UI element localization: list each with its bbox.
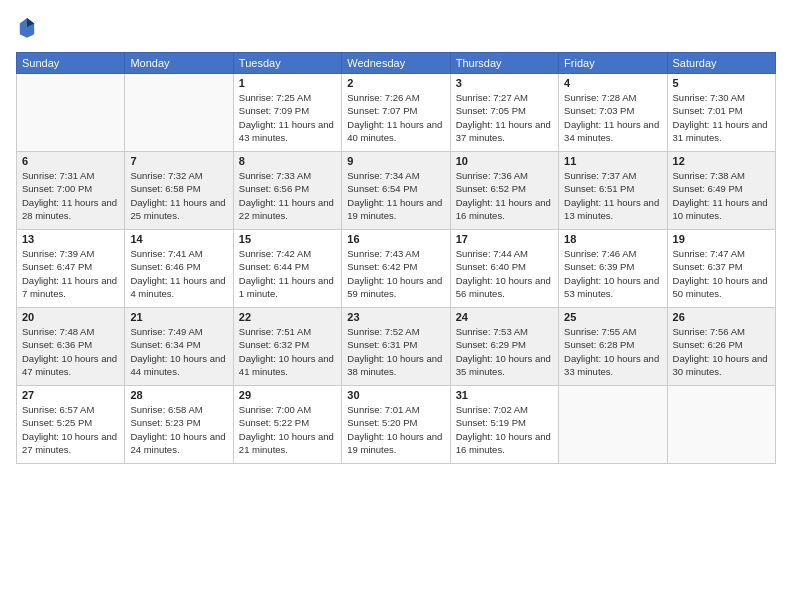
day-info: Sunrise: 7:46 AMSunset: 6:39 PMDaylight:…: [564, 247, 661, 300]
day-number: 30: [347, 389, 444, 401]
day-number: 28: [130, 389, 227, 401]
calendar-cell: 9Sunrise: 7:34 AMSunset: 6:54 PMDaylight…: [342, 152, 450, 230]
day-info: Sunrise: 7:34 AMSunset: 6:54 PMDaylight:…: [347, 169, 444, 222]
day-info: Sunrise: 7:48 AMSunset: 6:36 PMDaylight:…: [22, 325, 119, 378]
day-number: 14: [130, 233, 227, 245]
calendar-cell: 17Sunrise: 7:44 AMSunset: 6:40 PMDayligh…: [450, 230, 558, 308]
day-number: 26: [673, 311, 770, 323]
col-header-wednesday: Wednesday: [342, 53, 450, 74]
col-header-thursday: Thursday: [450, 53, 558, 74]
day-info: Sunrise: 7:02 AMSunset: 5:19 PMDaylight:…: [456, 403, 553, 456]
calendar-cell: 31Sunrise: 7:02 AMSunset: 5:19 PMDayligh…: [450, 386, 558, 464]
day-info: Sunrise: 7:01 AMSunset: 5:20 PMDaylight:…: [347, 403, 444, 456]
day-number: 19: [673, 233, 770, 245]
day-number: 1: [239, 77, 336, 89]
calendar-cell: 19Sunrise: 7:47 AMSunset: 6:37 PMDayligh…: [667, 230, 775, 308]
day-info: Sunrise: 7:28 AMSunset: 7:03 PMDaylight:…: [564, 91, 661, 144]
logo: [16, 16, 42, 42]
day-info: Sunrise: 7:38 AMSunset: 6:49 PMDaylight:…: [673, 169, 770, 222]
day-info: Sunrise: 7:30 AMSunset: 7:01 PMDaylight:…: [673, 91, 770, 144]
day-info: Sunrise: 7:36 AMSunset: 6:52 PMDaylight:…: [456, 169, 553, 222]
day-info: Sunrise: 7:44 AMSunset: 6:40 PMDaylight:…: [456, 247, 553, 300]
day-info: Sunrise: 7:39 AMSunset: 6:47 PMDaylight:…: [22, 247, 119, 300]
week-row: 20Sunrise: 7:48 AMSunset: 6:36 PMDayligh…: [17, 308, 776, 386]
day-info: Sunrise: 7:00 AMSunset: 5:22 PMDaylight:…: [239, 403, 336, 456]
calendar-cell: 2Sunrise: 7:26 AMSunset: 7:07 PMDaylight…: [342, 74, 450, 152]
day-number: 8: [239, 155, 336, 167]
calendar-cell: 16Sunrise: 7:43 AMSunset: 6:42 PMDayligh…: [342, 230, 450, 308]
day-info: Sunrise: 7:26 AMSunset: 7:07 PMDaylight:…: [347, 91, 444, 144]
day-number: 12: [673, 155, 770, 167]
calendar-cell: 5Sunrise: 7:30 AMSunset: 7:01 PMDaylight…: [667, 74, 775, 152]
calendar-cell: 14Sunrise: 7:41 AMSunset: 6:46 PMDayligh…: [125, 230, 233, 308]
day-number: 21: [130, 311, 227, 323]
calendar-cell: 22Sunrise: 7:51 AMSunset: 6:32 PMDayligh…: [233, 308, 341, 386]
col-header-friday: Friday: [559, 53, 667, 74]
day-number: 22: [239, 311, 336, 323]
day-number: 11: [564, 155, 661, 167]
day-info: Sunrise: 7:32 AMSunset: 6:58 PMDaylight:…: [130, 169, 227, 222]
day-info: Sunrise: 6:57 AMSunset: 5:25 PMDaylight:…: [22, 403, 119, 456]
day-number: 20: [22, 311, 119, 323]
col-header-tuesday: Tuesday: [233, 53, 341, 74]
calendar-cell: 3Sunrise: 7:27 AMSunset: 7:05 PMDaylight…: [450, 74, 558, 152]
calendar-cell: 27Sunrise: 6:57 AMSunset: 5:25 PMDayligh…: [17, 386, 125, 464]
day-number: 10: [456, 155, 553, 167]
calendar-cell: [125, 74, 233, 152]
day-info: Sunrise: 7:55 AMSunset: 6:28 PMDaylight:…: [564, 325, 661, 378]
day-info: Sunrise: 7:53 AMSunset: 6:29 PMDaylight:…: [456, 325, 553, 378]
col-header-saturday: Saturday: [667, 53, 775, 74]
day-number: 18: [564, 233, 661, 245]
calendar-cell: [17, 74, 125, 152]
day-number: 5: [673, 77, 770, 89]
header: [16, 16, 776, 42]
day-info: Sunrise: 7:41 AMSunset: 6:46 PMDaylight:…: [130, 247, 227, 300]
day-info: Sunrise: 7:47 AMSunset: 6:37 PMDaylight:…: [673, 247, 770, 300]
col-header-sunday: Sunday: [17, 53, 125, 74]
calendar-cell: 6Sunrise: 7:31 AMSunset: 7:00 PMDaylight…: [17, 152, 125, 230]
day-info: Sunrise: 7:27 AMSunset: 7:05 PMDaylight:…: [456, 91, 553, 144]
calendar-cell: 11Sunrise: 7:37 AMSunset: 6:51 PMDayligh…: [559, 152, 667, 230]
week-row: 6Sunrise: 7:31 AMSunset: 7:00 PMDaylight…: [17, 152, 776, 230]
day-info: Sunrise: 7:25 AMSunset: 7:09 PMDaylight:…: [239, 91, 336, 144]
day-number: 2: [347, 77, 444, 89]
week-row: 27Sunrise: 6:57 AMSunset: 5:25 PMDayligh…: [17, 386, 776, 464]
day-number: 31: [456, 389, 553, 401]
day-info: Sunrise: 7:43 AMSunset: 6:42 PMDaylight:…: [347, 247, 444, 300]
day-number: 29: [239, 389, 336, 401]
day-info: Sunrise: 7:31 AMSunset: 7:00 PMDaylight:…: [22, 169, 119, 222]
day-number: 7: [130, 155, 227, 167]
calendar-cell: 1Sunrise: 7:25 AMSunset: 7:09 PMDaylight…: [233, 74, 341, 152]
logo-icon: [18, 16, 36, 38]
calendar: SundayMondayTuesdayWednesdayThursdayFrid…: [16, 52, 776, 464]
day-number: 25: [564, 311, 661, 323]
calendar-cell: 23Sunrise: 7:52 AMSunset: 6:31 PMDayligh…: [342, 308, 450, 386]
week-row: 1Sunrise: 7:25 AMSunset: 7:09 PMDaylight…: [17, 74, 776, 152]
calendar-cell: 26Sunrise: 7:56 AMSunset: 6:26 PMDayligh…: [667, 308, 775, 386]
day-number: 24: [456, 311, 553, 323]
calendar-cell: 7Sunrise: 7:32 AMSunset: 6:58 PMDaylight…: [125, 152, 233, 230]
day-info: Sunrise: 7:52 AMSunset: 6:31 PMDaylight:…: [347, 325, 444, 378]
day-number: 15: [239, 233, 336, 245]
calendar-cell: 24Sunrise: 7:53 AMSunset: 6:29 PMDayligh…: [450, 308, 558, 386]
calendar-cell: 30Sunrise: 7:01 AMSunset: 5:20 PMDayligh…: [342, 386, 450, 464]
calendar-cell: [667, 386, 775, 464]
day-number: 6: [22, 155, 119, 167]
day-info: Sunrise: 7:56 AMSunset: 6:26 PMDaylight:…: [673, 325, 770, 378]
calendar-cell: 21Sunrise: 7:49 AMSunset: 6:34 PMDayligh…: [125, 308, 233, 386]
calendar-cell: 25Sunrise: 7:55 AMSunset: 6:28 PMDayligh…: [559, 308, 667, 386]
calendar-cell: 20Sunrise: 7:48 AMSunset: 6:36 PMDayligh…: [17, 308, 125, 386]
calendar-cell: 12Sunrise: 7:38 AMSunset: 6:49 PMDayligh…: [667, 152, 775, 230]
day-info: Sunrise: 7:51 AMSunset: 6:32 PMDaylight:…: [239, 325, 336, 378]
day-number: 9: [347, 155, 444, 167]
day-number: 27: [22, 389, 119, 401]
day-info: Sunrise: 7:49 AMSunset: 6:34 PMDaylight:…: [130, 325, 227, 378]
calendar-cell: 10Sunrise: 7:36 AMSunset: 6:52 PMDayligh…: [450, 152, 558, 230]
calendar-cell: 15Sunrise: 7:42 AMSunset: 6:44 PMDayligh…: [233, 230, 341, 308]
day-info: Sunrise: 7:37 AMSunset: 6:51 PMDaylight:…: [564, 169, 661, 222]
day-number: 17: [456, 233, 553, 245]
day-number: 16: [347, 233, 444, 245]
calendar-cell: 18Sunrise: 7:46 AMSunset: 6:39 PMDayligh…: [559, 230, 667, 308]
calendar-header-row: SundayMondayTuesdayWednesdayThursdayFrid…: [17, 53, 776, 74]
day-number: 4: [564, 77, 661, 89]
